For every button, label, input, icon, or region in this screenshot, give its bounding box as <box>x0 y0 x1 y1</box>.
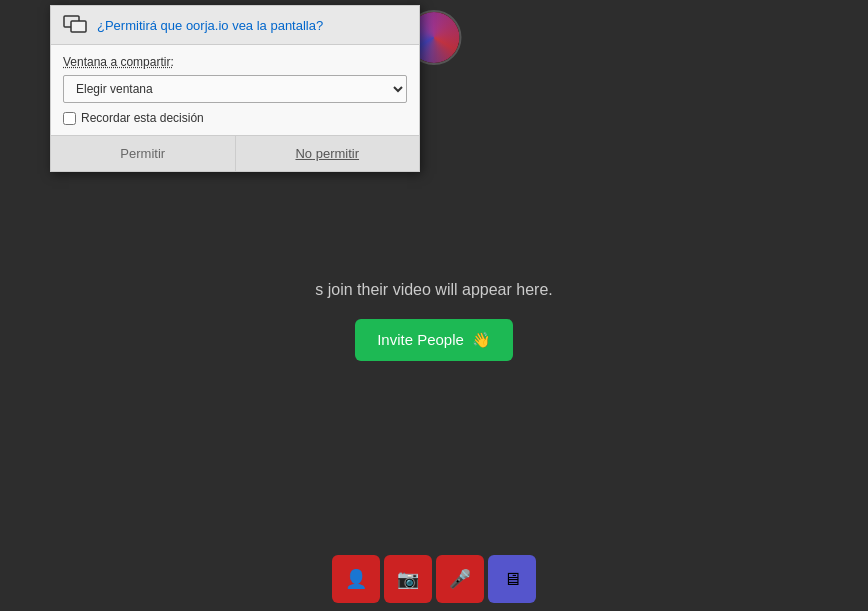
allow-button-label: Permitir <box>120 146 165 161</box>
bottom-toolbar: 👤 📷 🎤 🖥 <box>332 555 536 611</box>
dialog-footer: Permitir No permitir <box>51 135 419 171</box>
video-toggle-button[interactable]: 📷 <box>384 555 432 603</box>
screen-icon: 🖥 <box>503 569 521 590</box>
window-share-label: Ventana a compartir: <box>63 55 407 69</box>
dialog-body: Ventana a compartir: Elegir ventana Reco… <box>51 45 419 135</box>
dialog-site-name: oorja.io <box>186 18 229 33</box>
remember-checkbox-row: Recordar esta decisión <box>63 111 407 125</box>
dialog-question-prefix: ¿Permitirá que <box>97 18 186 33</box>
svg-rect-1 <box>71 21 86 32</box>
deny-prefix: No <box>295 146 312 161</box>
invite-emoji: 👋 <box>472 331 491 349</box>
invite-people-button[interactable]: Invite People 👋 <box>355 319 513 361</box>
screen-share-icon <box>61 14 89 36</box>
dialog-title: ¿Permitirá que oorja.io vea la pantalla? <box>97 18 323 33</box>
remember-checkbox[interactable] <box>63 112 76 125</box>
permission-dialog: ¿Permitirá que oorja.io vea la pantalla?… <box>50 5 420 172</box>
deny-suffix: permitir <box>312 146 359 161</box>
dialog-question-suffix: vea la pantalla? <box>229 18 324 33</box>
mic-toggle-button[interactable]: 🎤 <box>436 555 484 603</box>
invite-people-label: Invite People <box>377 331 464 348</box>
remember-label[interactable]: Recordar esta decisión <box>81 111 204 125</box>
window-select[interactable]: Elegir ventana <box>63 75 407 103</box>
main-area: s join their video will appear here. Inv… <box>0 0 868 611</box>
deny-button[interactable]: No permitir <box>236 136 420 171</box>
add-person-icon: 👤 <box>345 568 367 590</box>
add-person-button[interactable]: 👤 <box>332 555 380 603</box>
screen-share-button[interactable]: 🖥 <box>488 555 536 603</box>
video-icon: 📷 <box>397 568 419 590</box>
center-message: s join their video will appear here. <box>315 281 552 299</box>
allow-button[interactable]: Permitir <box>51 136 236 171</box>
mic-icon: 🎤 <box>449 568 471 590</box>
dialog-header: ¿Permitirá que oorja.io vea la pantalla? <box>51 6 419 45</box>
